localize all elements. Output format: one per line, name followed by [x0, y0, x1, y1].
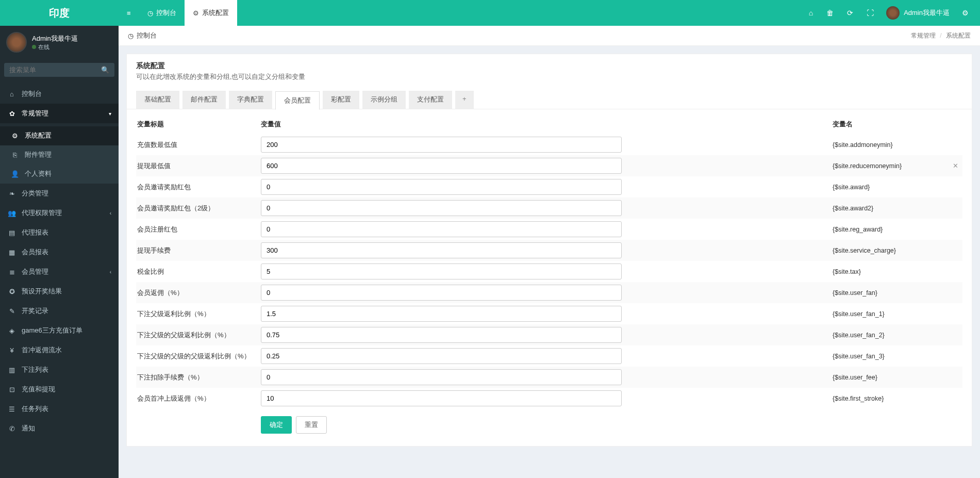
menu-icon: ✎ — [7, 307, 16, 315]
search-icon[interactable]: 🔍 — [101, 66, 109, 74]
row-value-input[interactable] — [261, 369, 622, 385]
sidebar-item[interactable]: ▦会员报表 — [0, 242, 119, 262]
sidebar-item[interactable]: ▥下注列表 — [0, 360, 119, 380]
topbar-user[interactable]: Admin我最牛逼 — [881, 6, 955, 20]
sidebar-item[interactable]: 👥代理权限管理‹ — [0, 203, 119, 223]
menu-label: 下注列表 — [22, 365, 48, 374]
refresh-icon[interactable]: ⟳ — [841, 0, 859, 26]
th-name: 变量名 — [833, 120, 961, 129]
sidebar-item[interactable]: ⌂控制台 — [0, 84, 119, 104]
menu-search[interactable]: 🔍 — [4, 63, 114, 77]
menu-label: 附件管理 — [25, 151, 52, 159]
search-input[interactable] — [9, 66, 101, 74]
sidebar-item[interactable]: ✎开奖记录 — [0, 301, 119, 321]
config-tab[interactable]: 邮件配置 — [182, 91, 226, 109]
row-title: 提现最低值 — [137, 161, 261, 171]
sidebar-subitem[interactable]: ⎘附件管理 — [0, 145, 119, 164]
row-value-input[interactable] — [261, 306, 622, 322]
row-value-input[interactable] — [261, 263, 622, 279]
breadcrumb-console[interactable]: 控制台 — [137, 31, 157, 40]
menu-toggle[interactable]: ≡ — [119, 0, 139, 26]
row-title: 会员注册红包 — [137, 225, 261, 234]
trash-icon[interactable]: 🗑 — [820, 0, 840, 26]
menu-icon: ⌂ — [7, 90, 16, 98]
config-row: 提现手续费{$site.service_charge} — [136, 240, 962, 261]
row-title: 会员返佣（%） — [137, 288, 261, 298]
sidebar-item[interactable]: ≣会员管理‹ — [0, 262, 119, 282]
breadcrumb-page: 系统配置 — [946, 32, 971, 39]
user-name: Admin我最牛逼 — [32, 34, 78, 43]
user-status-text: 在线 — [38, 43, 49, 51]
breadcrumb-group[interactable]: 常规管理 — [911, 32, 936, 39]
row-varname: {$site.user_fan_2} — [833, 332, 961, 339]
config-tab[interactable]: 会员配置 — [275, 91, 320, 110]
sidebar-item[interactable]: ✿常规管理▾ — [0, 104, 119, 123]
sidebar-subitem[interactable]: ⚙系统配置 — [0, 126, 119, 145]
sidebar-subitem[interactable]: 👤个人资料 — [0, 164, 119, 184]
settings-icon[interactable]: ⚙ — [956, 0, 975, 26]
submit-button[interactable]: 确定 — [261, 416, 292, 434]
row-title: 下注父级的父级返利比例（%） — [137, 331, 261, 340]
sidebar-item[interactable]: ✆通知 — [0, 419, 119, 438]
gear-icon: ⚙ — [193, 9, 199, 17]
sidebar-item[interactable]: ☰任务列表 — [0, 399, 119, 419]
row-value-input[interactable] — [261, 390, 622, 406]
add-tab-button[interactable]: + — [455, 91, 474, 109]
row-value-input[interactable] — [261, 137, 622, 153]
dashboard-icon: ◷ — [147, 9, 153, 17]
menu-icon: ✿ — [7, 110, 16, 118]
row-value-input[interactable] — [261, 348, 622, 364]
side-menu: ⌂控制台✿常规管理▾⚙系统配置⎘附件管理👤个人资料❧分类管理👥代理权限管理‹▤代… — [0, 84, 119, 438]
config-row: 税金比例{$site.tax} — [136, 261, 962, 282]
reset-button[interactable]: 重置 — [296, 416, 327, 434]
row-value-input[interactable] — [261, 327, 622, 343]
config-tab[interactable]: 彩配置 — [323, 91, 359, 109]
config-tab[interactable]: 示例分组 — [362, 91, 406, 109]
row-value-input[interactable] — [261, 221, 622, 237]
row-value-input[interactable] — [261, 200, 622, 216]
panel-desc: 可以在此增改系统的变量和分组,也可以自定义分组和变量 — [136, 73, 962, 81]
row-value-input[interactable] — [261, 285, 622, 301]
row-value-input[interactable] — [261, 242, 622, 258]
online-dot-icon — [32, 45, 36, 49]
remove-icon[interactable]: ✕ — [953, 162, 961, 170]
menu-label: 预设开奖结果 — [22, 287, 62, 296]
brand-logo[interactable]: 印度 — [0, 0, 119, 26]
config-row: 提现最低值{$site.reducemoneymin}✕ — [136, 155, 962, 176]
menu-label: game6三方充值订单 — [22, 326, 82, 335]
sidebar-item[interactable]: ⊡充值和提现 — [0, 380, 119, 399]
user-panel: Admin我最牛逼 在线 — [0, 26, 119, 59]
breadcrumb: 常规管理 / 系统配置 — [911, 31, 971, 40]
sidebar-item[interactable]: ◈game6三方充值订单 — [0, 321, 119, 340]
row-varname: {$site.user_fee} — [833, 374, 961, 381]
tab-sysconfig[interactable]: ⚙ 系统配置 — [185, 0, 237, 26]
config-panel: 系统配置 可以在此增改系统的变量和分组,也可以自定义分组和变量 基础配置邮件配置… — [126, 54, 972, 447]
row-title: 会员首冲上级返佣（%） — [137, 394, 261, 403]
menu-label: 代理权限管理 — [22, 208, 62, 218]
config-tab[interactable]: 字典配置 — [229, 91, 272, 109]
sidebar-item[interactable]: ¥首冲返佣流水 — [0, 340, 119, 360]
row-title: 下注扣除手续费（%） — [137, 373, 261, 382]
menu-label: 开奖记录 — [22, 306, 48, 316]
config-row: 会员返佣（%）{$site.user_fan} — [136, 282, 962, 303]
sidebar-item[interactable]: ❧分类管理 — [0, 184, 119, 203]
menu-label: 常规管理 — [22, 109, 48, 118]
row-varname: {$site.service_charge} — [833, 247, 961, 254]
avatar[interactable] — [6, 32, 27, 53]
config-row: 会员邀请奖励红包{$site.award} — [136, 176, 962, 197]
home-icon[interactable]: ⌂ — [803, 0, 819, 26]
config-tab[interactable]: 基础配置 — [136, 91, 179, 109]
row-value-input[interactable] — [261, 179, 622, 195]
menu-icon: ¥ — [7, 347, 16, 354]
sidebar-item[interactable]: ✪预设开奖结果 — [0, 282, 119, 301]
tab-console[interactable]: ◷ 控制台 — [139, 0, 185, 26]
menu-label: 任务列表 — [22, 404, 48, 414]
config-rows: 充值数最低值{$site.addmoneymin}提现最低值{$site.red… — [136, 134, 962, 409]
menu-label: 充值和提现 — [22, 385, 55, 394]
sidebar-item[interactable]: ▤代理报表 — [0, 223, 119, 242]
config-tab[interactable]: 支付配置 — [409, 91, 452, 109]
chevron-icon: ▾ — [109, 111, 111, 117]
bars-icon: ≡ — [127, 9, 131, 17]
row-value-input[interactable] — [261, 158, 622, 174]
fullscreen-icon[interactable]: ⛶ — [860, 0, 880, 26]
